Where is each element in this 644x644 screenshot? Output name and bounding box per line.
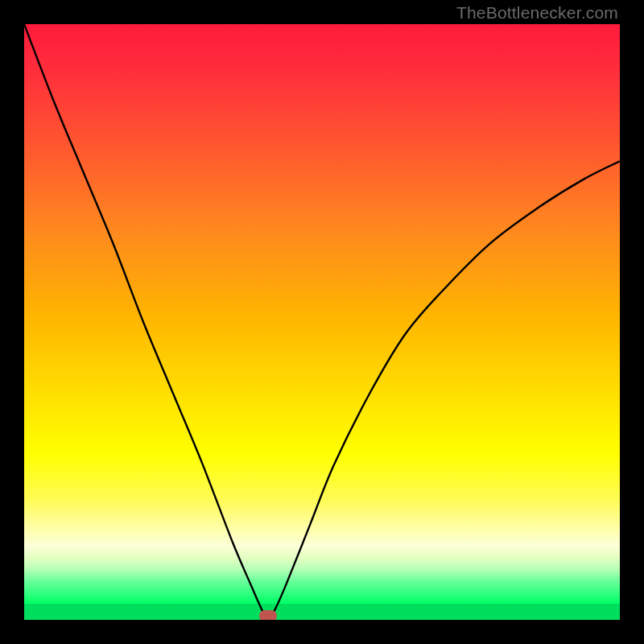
- chart-frame: TheBottlenecker.com: [0, 0, 644, 644]
- min-marker: [259, 610, 277, 620]
- chart-plot-area: [24, 24, 620, 620]
- watermark-text: TheBottlenecker.com: [456, 3, 618, 23]
- green-baseline-strip: [24, 604, 620, 620]
- gradient-background: [24, 24, 620, 604]
